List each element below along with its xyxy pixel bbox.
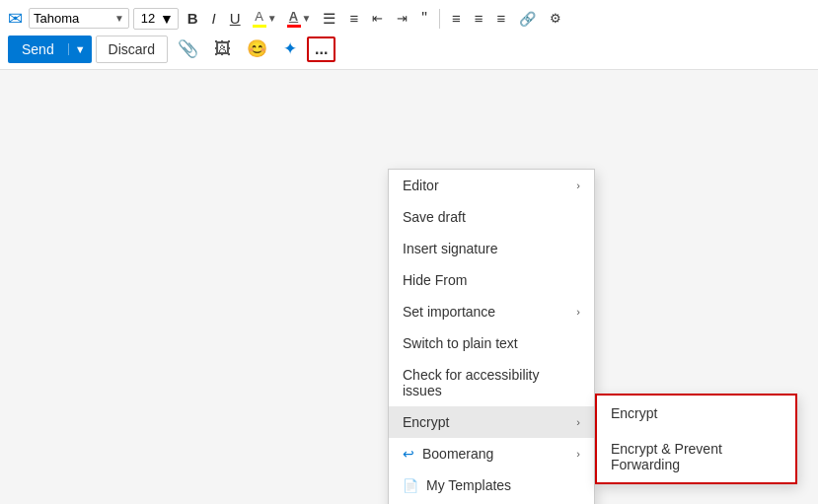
font-color-bar: [287, 25, 301, 28]
formatting-toolbar: ✉ Tahoma ▼ 12 ▼ B I U A ▼ A: [8, 6, 810, 31]
bold-button[interactable]: B: [183, 7, 203, 30]
set-importance-label: Set importance: [403, 304, 495, 320]
copilot-button[interactable]: ✦: [277, 35, 303, 63]
my-templates-label: My Templates: [426, 477, 511, 493]
toolbar: ✉ Tahoma ▼ 12 ▼ B I U A ▼ A: [0, 0, 818, 70]
indent-increase-button[interactable]: ⇥: [392, 8, 412, 29]
indent-decrease-button[interactable]: ⇤: [367, 8, 388, 29]
submenu-item-encrypt[interactable]: Encrypt: [597, 396, 795, 431]
menu-item-accessibility[interactable]: Check for accessibility issues: [389, 359, 594, 406]
align-center-button[interactable]: ≡: [470, 7, 488, 30]
menu-item-boomerang[interactable]: ↩ Boomerang ›: [389, 438, 594, 469]
align-right-button[interactable]: ≡: [491, 7, 510, 30]
more-options-menu: Editor › Save draft Insert signature Hid…: [388, 169, 595, 504]
font-size-value: 12: [138, 11, 158, 26]
font-name-value: Tahoma: [34, 11, 112, 26]
link-button[interactable]: 🔗: [514, 8, 541, 30]
menu-item-editor[interactable]: Editor ›: [389, 170, 594, 201]
boomerang-icon: ↩: [403, 446, 414, 462]
boomerang-submenu-arrow: ›: [576, 448, 580, 460]
font-color-button[interactable]: A ▼: [284, 6, 315, 31]
send-button[interactable]: Send ▼: [8, 36, 92, 63]
importance-submenu-arrow: ›: [576, 306, 580, 318]
boomerang-label: Boomerang: [422, 446, 493, 462]
menu-item-hide-from[interactable]: Hide From: [389, 264, 594, 296]
menu-item-my-templates[interactable]: 📄 My Templates: [389, 469, 594, 501]
numbering-button[interactable]: ≡: [344, 7, 363, 30]
action-toolbar: Send ▼ Discard 📎 🖼 😊 ✦ ...: [8, 35, 810, 63]
highlight-color-bar: [253, 25, 266, 28]
encrypt-submenu: Encrypt Encrypt & Prevent Forwarding: [595, 394, 797, 484]
encrypt-submenu-arrow: ›: [576, 416, 580, 428]
align-left-button[interactable]: ≡: [447, 7, 466, 30]
more-format-button[interactable]: ⚙: [545, 8, 566, 29]
accessibility-label: Check for accessibility issues: [403, 367, 580, 398]
size-dropdown-arrow: ▼: [160, 11, 174, 27]
send-dropdown-arrow[interactable]: ▼: [68, 43, 92, 55]
attach-button[interactable]: 📎: [172, 35, 204, 63]
font-color-icon: A: [287, 9, 301, 28]
discard-button[interactable]: Discard: [96, 36, 168, 63]
italic-button[interactable]: I: [207, 7, 221, 30]
underline-button[interactable]: U: [225, 7, 246, 30]
submenu-item-encrypt-prevent[interactable]: Encrypt & Prevent Forwarding: [597, 431, 795, 482]
encrypt-label: Encrypt: [403, 414, 449, 430]
highlight-color-button[interactable]: A ▼: [250, 6, 280, 31]
image-button[interactable]: 🖼: [208, 36, 237, 63]
editor-label: Editor: [403, 178, 439, 193]
compose-area: Editor › Save draft Insert signature Hid…: [0, 70, 818, 475]
menu-item-set-importance[interactable]: Set importance ›: [389, 296, 594, 327]
editor-submenu-arrow: ›: [576, 180, 580, 191]
switch-plain-label: Switch to plain text: [403, 335, 518, 351]
menu-item-switch-plain[interactable]: Switch to plain text: [389, 327, 594, 359]
font-size-selector[interactable]: 12 ▼: [133, 8, 179, 30]
encrypt-prevent-label: Encrypt & Prevent Forwarding: [611, 441, 722, 472]
toolbar-divider-1: [439, 9, 440, 29]
menu-item-encrypt[interactable]: Encrypt ›: [389, 406, 594, 438]
highlight-icon: A: [253, 9, 266, 28]
outlook-icon: ✉: [8, 8, 23, 30]
encrypt-only-label: Encrypt: [611, 405, 657, 421]
menu-item-insert-signature[interactable]: Insert signature: [389, 233, 594, 264]
font-dropdown-arrow: ▼: [114, 13, 124, 24]
send-label: Send: [8, 41, 68, 57]
insert-signature-label: Insert signature: [403, 241, 498, 256]
templates-icon: 📄: [403, 478, 418, 493]
highlight-dropdown: ▼: [267, 13, 277, 24]
menu-item-save-draft[interactable]: Save draft: [389, 201, 594, 233]
bullets-button[interactable]: ☰: [318, 7, 340, 31]
font-color-dropdown: ▼: [302, 13, 312, 24]
emoji-button[interactable]: 😊: [241, 35, 273, 63]
more-options-button[interactable]: ...: [307, 36, 335, 62]
save-draft-label: Save draft: [403, 209, 466, 225]
hide-from-label: Hide From: [403, 272, 467, 288]
font-family-selector[interactable]: Tahoma ▼: [29, 8, 129, 29]
quote-button[interactable]: ": [416, 7, 432, 31]
